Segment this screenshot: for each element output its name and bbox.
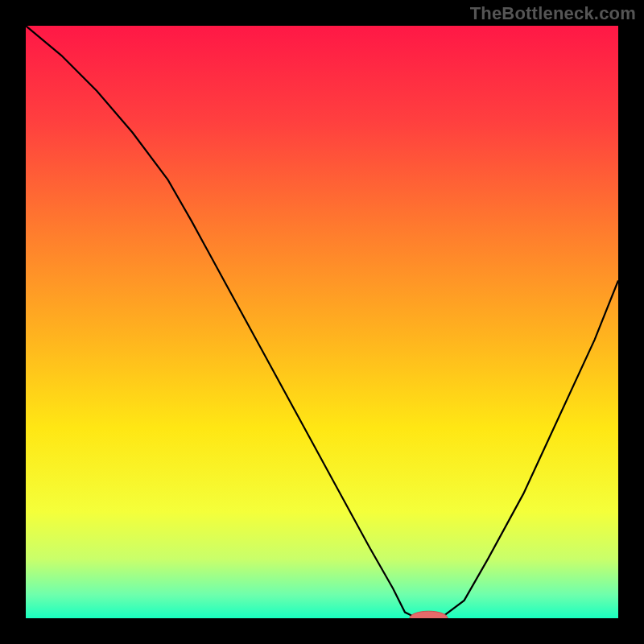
gradient-background bbox=[26, 26, 618, 618]
watermark-text: TheBottleneck.com bbox=[470, 3, 636, 24]
bottleneck-chart bbox=[26, 26, 618, 618]
plot-area bbox=[26, 26, 618, 618]
chart-frame: TheBottleneck.com bbox=[0, 0, 644, 644]
